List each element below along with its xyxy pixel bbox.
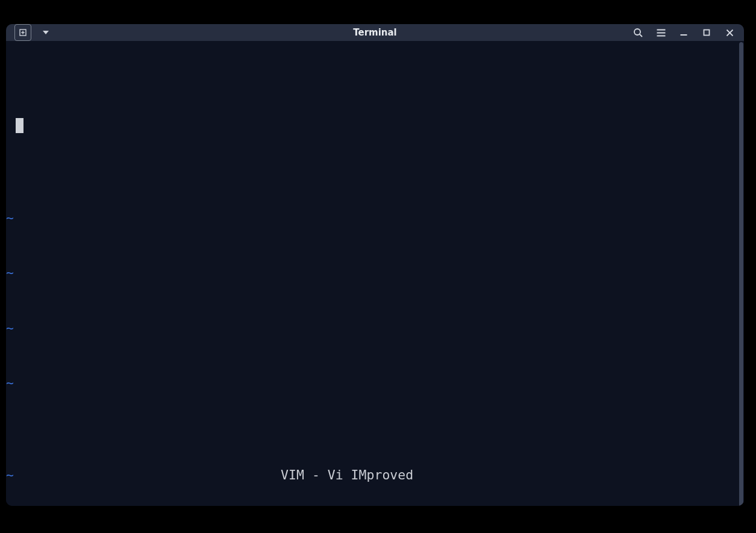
tilde-marker: ~ <box>6 466 16 485</box>
svg-point-3 <box>634 29 640 35</box>
titlebar-left-controls <box>14 24 54 41</box>
empty-line: ~ <box>6 209 744 228</box>
vim-title-line: ~ VIM - Vi IMproved <box>6 466 744 485</box>
tilde-marker: ~ <box>6 319 16 338</box>
minimize-icon <box>679 28 688 37</box>
plus-icon <box>19 28 27 37</box>
terminal-window: Terminal <box>6 24 744 506</box>
svg-rect-9 <box>704 30 710 36</box>
terminal-content[interactable]: ~ ~ ~ ~ ~ VIM - Vi IMproved ~ ~ version … <box>6 41 744 506</box>
maximize-icon <box>703 29 710 36</box>
new-tab-button[interactable] <box>14 24 31 41</box>
empty-line: ~ <box>6 374 744 393</box>
search-icon <box>633 28 643 38</box>
titlebar-right-controls <box>632 26 736 39</box>
cursor <box>16 118 23 133</box>
tab-dropdown-button[interactable] <box>37 24 54 41</box>
vim-title: VIM - Vi IMproved <box>281 467 413 482</box>
close-icon <box>726 29 734 37</box>
window-title: Terminal <box>353 27 397 38</box>
svg-line-4 <box>640 34 642 37</box>
tilde-marker: ~ <box>6 374 16 393</box>
tilde-marker: ~ <box>6 209 16 228</box>
maximize-button[interactable] <box>701 26 713 39</box>
search-button[interactable] <box>632 26 644 39</box>
tilde-marker: ~ <box>6 264 16 282</box>
empty-line: ~ <box>6 264 744 282</box>
menu-button[interactable] <box>655 26 667 39</box>
chevron-down-icon <box>42 29 49 36</box>
minimize-button[interactable] <box>678 26 690 39</box>
buffer-line <box>6 117 744 136</box>
close-button[interactable] <box>723 26 736 39</box>
scrollbar-thumb[interactable] <box>739 42 743 506</box>
scrollbar[interactable] <box>738 41 743 506</box>
hamburger-icon <box>656 28 666 38</box>
titlebar: Terminal <box>6 24 744 41</box>
empty-line: ~ <box>6 319 744 338</box>
